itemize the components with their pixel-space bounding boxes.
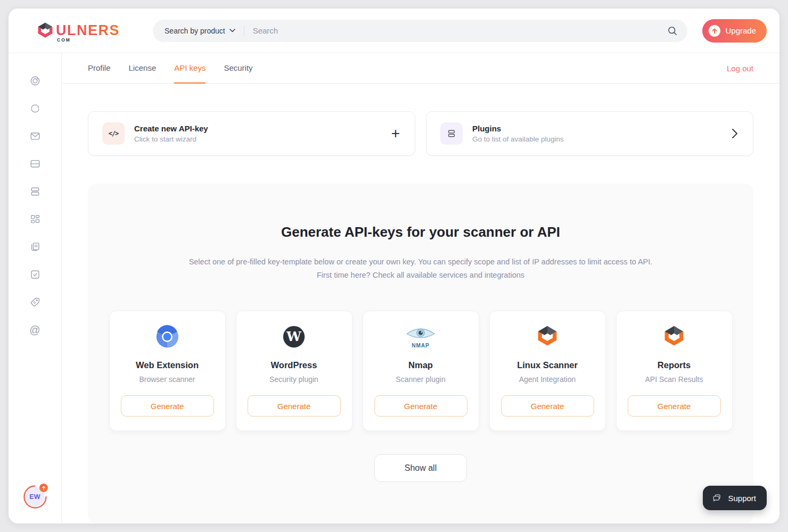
vulners-cube-icon [536,324,559,350]
vulners-logo[interactable]: ULNERS COM [36,20,120,42]
user-avatar[interactable]: EW [23,485,47,509]
global-search-bar[interactable]: Search by product [153,20,687,42]
documents-icon[interactable] [29,241,41,253]
chromium-icon [155,324,179,350]
show-all-button[interactable]: Show all [374,454,467,482]
svg-text:W: W [286,329,302,344]
template-description: Browser scanner [139,375,195,384]
template-card-linux-scanner[interactable]: Linux Scanner Agent Integration Generate [489,311,606,431]
generate-button-reports[interactable]: Generate [628,395,721,417]
generate-button-wordpress[interactable]: Generate [248,395,341,417]
logout-link[interactable]: Log out [727,53,753,83]
tag-icon[interactable] [29,296,41,308]
at-sign-icon[interactable]: @ [29,324,41,336]
main-content: Profile License API keys Security Log ou… [62,53,779,523]
template-name: Linux Scanner [517,360,578,370]
logo-suffix: COM [57,37,71,43]
generate-button-nmap[interactable]: Generate [374,395,467,417]
generate-button-linux-scanner[interactable]: Generate [501,395,594,417]
quick-actions-row: </> Create new API-key Click to start wi… [88,111,753,156]
chevron-right-icon[interactable] [732,128,738,139]
template-name: WordPress [271,360,317,370]
plugins-card[interactable]: Plugins Go to list of available plugins [426,111,753,156]
template-description: Security plugin [269,375,318,384]
template-description: Scanner plugin [396,375,445,384]
plugins-title: Plugins [472,124,564,133]
plus-icon[interactable]: + [391,126,400,141]
logo-wordmark: ULNERS [56,22,120,39]
search-input[interactable] [253,26,668,35]
scan-icon[interactable] [29,103,41,114]
tab-profile[interactable]: Profile [88,53,111,84]
tab-api-keys[interactable]: API keys [174,53,206,84]
dashboard-icon[interactable] [29,213,41,225]
chat-bubbles-icon [711,493,723,504]
search-divider [244,26,244,36]
template-card-wordpress[interactable]: W WordPress Security plugin Generate [236,311,352,431]
card-icon[interactable] [29,158,41,170]
search-icon[interactable] [667,26,678,36]
template-card-nmap[interactable]: NMAP Nmap Scanner plugin Generate [363,311,479,431]
generate-button-web-extension[interactable]: Generate [121,395,214,417]
svg-text:NMAP: NMAP [412,343,430,348]
account-tabs: Profile License API keys Security Log ou… [62,53,779,84]
template-name: Web Extension [136,360,199,370]
upgrade-arrow-icon [709,25,720,37]
generator-panel: Generate API-keys for your scanner or AP… [88,184,753,523]
left-sidebar: @ EW [9,53,62,523]
app-window: ULNERS COM Search by product Upgrade [9,9,779,523]
template-card-web-extension[interactable]: Web Extension Browser scanner Generate [109,311,226,431]
template-name: Reports [658,360,691,370]
top-header: ULNERS COM Search by product Upgrade [9,9,779,53]
template-description: API Scan Results [645,375,703,384]
upgrade-button[interactable]: Upgrade [702,19,767,43]
gauge-icon[interactable] [29,75,41,87]
create-key-title: Create new API-key [134,124,208,133]
create-api-key-card[interactable]: </> Create new API-key Click to start wi… [88,111,415,156]
server-icon[interactable] [29,186,41,197]
support-button[interactable]: Support [703,486,767,510]
template-card-reports[interactable]: Reports API Scan Results Generate [616,311,733,431]
template-cards-row: Web Extension Browser scanner Generate W… [88,311,753,431]
wordpress-icon: W [282,324,306,350]
create-key-subtitle: Click to start wizard [134,135,208,143]
vulners-cube-icon [36,21,54,41]
tab-license[interactable]: License [129,53,157,84]
generator-description: Select one of pre-filled key-template be… [88,255,753,282]
code-icon: </> [102,122,125,145]
generator-title: Generate API-keys for your scanner or AP… [88,224,753,240]
template-name: Nmap [408,360,433,370]
plugin-stack-icon [440,122,463,145]
vulners-cube-icon [662,324,686,350]
task-check-icon[interactable] [29,269,41,280]
plugins-subtitle: Go to list of available plugins [472,135,564,143]
mail-icon[interactable] [29,130,41,142]
template-description: Agent Integration [519,375,576,384]
tab-security[interactable]: Security [224,53,252,84]
nmap-eye-icon: NMAP [405,324,437,350]
chevron-down-icon [229,29,235,32]
avatar-upgrade-badge [39,484,48,492]
search-category-dropdown[interactable]: Search by product [165,27,235,35]
